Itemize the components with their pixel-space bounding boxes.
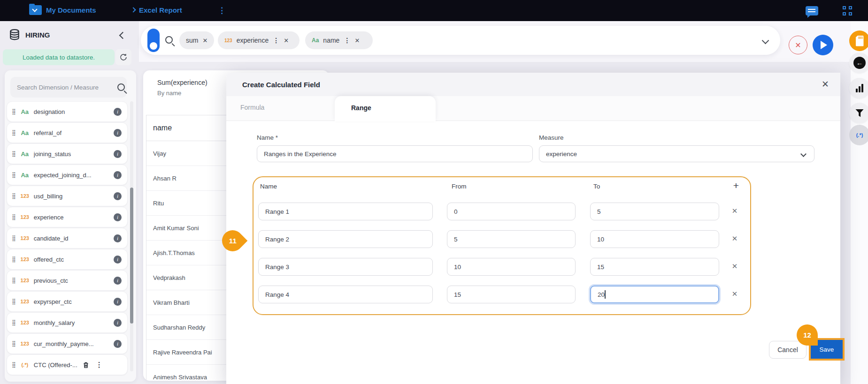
field-item-offered-ctc[interactable]: ⣿ 123 offered_ctc i bbox=[7, 249, 128, 270]
create-calculated-field-modal: Create Calculated Field ✕ Formula Range … bbox=[226, 73, 840, 384]
fields-search-input[interactable] bbox=[10, 77, 127, 98]
field-item-expyrsper-ctc[interactable]: ⣿ 123 expyrsper_ctc i bbox=[7, 291, 128, 312]
storage-card-button[interactable] bbox=[849, 30, 868, 51]
field-item-candidate-id[interactable]: ⣿ 123 candidate_id i bbox=[7, 228, 128, 248]
field-item-expected-joining-date[interactable]: ⣿ Aa expected_joining_d... i bbox=[7, 165, 128, 185]
drag-handle-icon[interactable]: ⣿ bbox=[12, 109, 16, 114]
trash-icon[interactable] bbox=[83, 361, 89, 369]
clear-query-button[interactable]: ✕ bbox=[789, 36, 807, 54]
range-4-from-input[interactable] bbox=[447, 286, 576, 303]
breadcrumb-excel-report[interactable]: Excel Report bbox=[139, 6, 182, 14]
info-icon[interactable]: i bbox=[114, 319, 122, 327]
drag-handle-icon[interactable]: ⣿ bbox=[12, 172, 16, 178]
info-icon[interactable]: i bbox=[114, 277, 122, 285]
fields-panel: ⣿ Aa designation i ⣿ Aa referral_of i ⣿ … bbox=[5, 70, 136, 382]
field-item-referral-of[interactable]: ⣿ Aa referral_of i bbox=[7, 122, 128, 143]
drag-handle-icon[interactable]: ⣿ bbox=[12, 362, 16, 368]
breadcrumb-kebab-icon[interactable]: ⋮ bbox=[218, 6, 226, 15]
info-icon[interactable]: i bbox=[114, 192, 122, 200]
measure-field-label: Measure bbox=[539, 134, 564, 141]
collapse-sidebar-icon[interactable] bbox=[119, 32, 127, 39]
field-item-previous-ctc[interactable]: ⣿ 123 previous_ctc i bbox=[7, 270, 128, 291]
info-icon[interactable]: i bbox=[114, 213, 122, 221]
range-2-from-input[interactable] bbox=[447, 230, 576, 248]
delete-range-2-icon[interactable]: ✕ bbox=[728, 234, 742, 243]
back-button[interactable]: ← bbox=[849, 53, 868, 73]
drag-handle-icon[interactable]: ⣿ bbox=[12, 256, 16, 262]
info-icon[interactable]: i bbox=[114, 340, 122, 348]
sidebar-scrollbar[interactable] bbox=[130, 101, 133, 371]
measure-select[interactable]: experience bbox=[539, 145, 814, 162]
info-icon[interactable]: i bbox=[114, 108, 122, 116]
range-3-from-input[interactable] bbox=[447, 258, 576, 276]
regex-button[interactable]: (.*) bbox=[849, 125, 868, 145]
range-3-name-input[interactable] bbox=[258, 258, 433, 276]
drag-handle-icon[interactable]: ⣿ bbox=[12, 151, 16, 157]
range-2-name-input[interactable] bbox=[258, 230, 433, 248]
delete-range-3-icon[interactable]: ✕ bbox=[728, 262, 742, 271]
delete-range-1-icon[interactable]: ✕ bbox=[728, 207, 742, 215]
chip-close-icon[interactable]: ✕ bbox=[284, 37, 289, 44]
field-label: referral_of bbox=[34, 129, 114, 136]
drag-handle-icon[interactable]: ⣿ bbox=[12, 193, 16, 199]
chart-button[interactable] bbox=[849, 78, 868, 98]
field-item-cur-monthly-payment[interactable]: ⣿ 123 cur_monthly_payme... i bbox=[7, 333, 128, 354]
drag-handle-icon[interactable]: ⣿ bbox=[12, 130, 16, 136]
info-icon[interactable]: i bbox=[114, 171, 122, 179]
refresh-button[interactable] bbox=[115, 49, 131, 65]
range-4-name-input[interactable] bbox=[258, 286, 433, 303]
field-item-monthly-salary[interactable]: ⣿ 123 monthly_salary i bbox=[7, 312, 128, 333]
tab-formula[interactable]: Formula bbox=[240, 104, 264, 111]
filter-button[interactable] bbox=[849, 103, 868, 123]
range-2-to-input[interactable] bbox=[590, 230, 719, 248]
result-title: Sum(experience) bbox=[157, 79, 207, 86]
field-item-experience[interactable]: ⣿ 123 experience i bbox=[7, 207, 128, 227]
text-type-icon: Aa bbox=[18, 172, 32, 179]
modal-tabbar: Formula Range bbox=[226, 96, 840, 121]
chip-close-icon[interactable]: ✕ bbox=[354, 37, 360, 44]
drag-handle-icon[interactable]: ⣿ bbox=[12, 278, 16, 283]
chip-menu-icon[interactable]: ⋮ bbox=[344, 37, 350, 44]
run-query-button[interactable] bbox=[813, 35, 833, 55]
drag-handle-icon[interactable]: ⣿ bbox=[12, 235, 16, 241]
delete-range-4-icon[interactable]: ✕ bbox=[728, 290, 742, 298]
info-icon[interactable]: i bbox=[114, 256, 122, 264]
info-icon[interactable]: i bbox=[114, 234, 122, 242]
drag-handle-icon[interactable]: ⣿ bbox=[12, 320, 16, 325]
add-range-button[interactable]: + bbox=[733, 180, 739, 191]
query-chip-sum[interactable]: sum ✕ bbox=[179, 31, 214, 49]
comment-icon[interactable] bbox=[806, 6, 818, 15]
field-item-usd-billing[interactable]: ⣿ 123 usd_billing i bbox=[7, 186, 128, 206]
field-item-designation[interactable]: ⣿ Aa designation i bbox=[7, 101, 128, 122]
drag-handle-icon[interactable]: ⣿ bbox=[12, 214, 16, 220]
field-menu-icon[interactable]: ⋮ bbox=[96, 361, 103, 369]
range-3-to-input[interactable] bbox=[590, 258, 719, 276]
info-icon[interactable]: i bbox=[114, 298, 122, 306]
range-1-from-input[interactable] bbox=[447, 203, 576, 220]
info-icon[interactable]: i bbox=[114, 129, 122, 137]
breadcrumb-my-documents[interactable]: My Documents bbox=[46, 6, 96, 14]
field-item-ctc-calculated[interactable]: ⣿ (.*) CTC (Offered-... ⋮ bbox=[7, 354, 128, 375]
text-type-icon: Aa bbox=[18, 151, 32, 158]
info-icon[interactable]: i bbox=[114, 150, 122, 158]
range-1-to-input[interactable] bbox=[590, 203, 719, 220]
chevron-down-icon[interactable] bbox=[762, 37, 769, 45]
range-4-to-input[interactable] bbox=[590, 286, 719, 303]
chip-close-icon[interactable]: ✕ bbox=[202, 37, 207, 44]
folder-icon[interactable] bbox=[29, 5, 42, 15]
field-item-joining-status[interactable]: ⣿ Aa joining_status i bbox=[7, 143, 128, 164]
query-search-bar[interactable]: sum ✕ 123 experience ⋮ ✕ Aa name ⋮ ✕ bbox=[141, 26, 780, 55]
query-chip-experience[interactable]: 123 experience ⋮ ✕ bbox=[218, 31, 300, 49]
fullscreen-icon[interactable] bbox=[843, 6, 852, 15]
number-type-icon: 123 bbox=[224, 38, 232, 43]
query-chip-name[interactable]: Aa name ⋮ ✕ bbox=[305, 31, 373, 49]
drag-handle-icon[interactable]: ⣿ bbox=[12, 341, 16, 346]
scrollbar-thumb[interactable] bbox=[130, 188, 133, 324]
query-toggle[interactable] bbox=[147, 29, 160, 52]
drag-handle-icon[interactable]: ⣿ bbox=[12, 299, 16, 304]
close-icon[interactable]: ✕ bbox=[822, 79, 829, 90]
chip-menu-icon[interactable]: ⋮ bbox=[273, 37, 279, 44]
tab-range[interactable]: Range bbox=[335, 96, 436, 121]
range-1-name-input[interactable] bbox=[258, 203, 433, 220]
calc-field-name-input[interactable] bbox=[257, 145, 533, 162]
